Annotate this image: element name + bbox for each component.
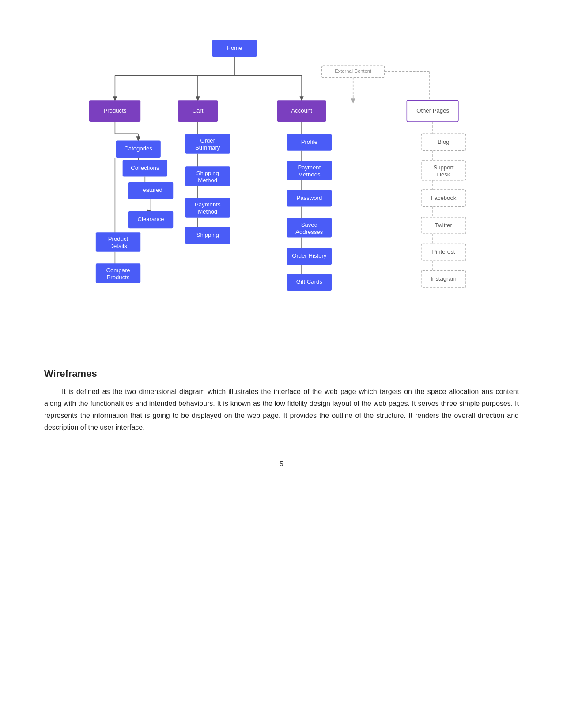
page-number: 5 bbox=[35, 460, 528, 468]
home-node: Home bbox=[212, 40, 257, 57]
svg-text:Profile: Profile bbox=[301, 139, 317, 145]
svg-text:Shipping: Shipping bbox=[196, 232, 219, 238]
instagram-node: Instagram bbox=[421, 270, 466, 288]
facebook-node: Facebook bbox=[421, 190, 466, 207]
svg-text:Home: Home bbox=[227, 45, 242, 51]
order-summary-node: Order Summary bbox=[185, 134, 230, 154]
order-history-node: Order History bbox=[287, 248, 332, 265]
svg-text:Password: Password bbox=[296, 195, 322, 201]
svg-text:Instagram: Instagram bbox=[431, 275, 457, 282]
svg-text:Product: Product bbox=[108, 236, 128, 242]
svg-text:Method: Method bbox=[198, 208, 217, 215]
profile-node: Profile bbox=[287, 134, 332, 151]
svg-text:Shipping: Shipping bbox=[196, 170, 219, 176]
svg-text:Cart: Cart bbox=[193, 107, 204, 114]
svg-text:Method: Method bbox=[198, 177, 217, 184]
products-node: Products bbox=[89, 100, 141, 122]
svg-text:Products: Products bbox=[107, 274, 130, 281]
svg-text:Facebook: Facebook bbox=[431, 195, 457, 201]
compare-products-node: Compare Products bbox=[96, 263, 140, 283]
account-node: Account bbox=[277, 100, 326, 122]
svg-text:Clearance: Clearance bbox=[138, 216, 164, 222]
svg-text:Desk: Desk bbox=[437, 171, 450, 178]
svg-text:Account: Account bbox=[291, 107, 312, 114]
svg-text:Products: Products bbox=[103, 107, 126, 114]
payment-methods-node: Payment Methods bbox=[287, 161, 332, 180]
svg-text:External Content: External Content bbox=[335, 68, 372, 74]
svg-text:Summary: Summary bbox=[195, 144, 220, 151]
collections-node: Collections bbox=[123, 160, 167, 177]
svg-text:Payments: Payments bbox=[195, 201, 221, 208]
wireframes-heading: Wireframes bbox=[44, 368, 519, 379]
shipping-node: Shipping bbox=[185, 227, 230, 244]
svg-text:Twitter: Twitter bbox=[435, 222, 452, 229]
featured-node: Featured bbox=[128, 182, 173, 199]
svg-text:Gift Cards: Gift Cards bbox=[296, 278, 323, 285]
svg-text:Collections: Collections bbox=[131, 165, 159, 171]
svg-text:Order History: Order History bbox=[292, 252, 327, 259]
password-node: Password bbox=[287, 190, 332, 207]
svg-text:Featured: Featured bbox=[139, 187, 162, 193]
blog-node: Blog bbox=[421, 134, 466, 151]
svg-text:Other Pages: Other Pages bbox=[416, 107, 449, 114]
svg-text:Payment: Payment bbox=[298, 164, 321, 171]
gift-cards-node: Gift Cards bbox=[287, 274, 332, 291]
clearance-node: Clearance bbox=[128, 211, 173, 229]
product-details-node: Product Details bbox=[96, 232, 140, 252]
twitter-node: Twitter bbox=[421, 217, 466, 234]
support-desk-node: Support Desk bbox=[421, 161, 466, 180]
svg-text:Compare: Compare bbox=[106, 267, 130, 274]
svg-text:Addresses: Addresses bbox=[295, 229, 323, 235]
svg-text:Support: Support bbox=[433, 164, 453, 171]
svg-text:Order: Order bbox=[200, 137, 215, 144]
pinterest-node: Pinterest bbox=[421, 244, 466, 261]
svg-text:Details: Details bbox=[109, 243, 127, 249]
other-pages-node: Other Pages bbox=[407, 100, 458, 122]
shipping-method-node: Shipping Method bbox=[185, 166, 230, 186]
svg-text:Saved: Saved bbox=[301, 221, 317, 228]
categories-node: Categories bbox=[116, 140, 160, 158]
wireframes-section: Wireframes It is defined as the two dime… bbox=[35, 368, 528, 434]
cart-node: Cart bbox=[178, 100, 218, 122]
svg-text:Categories: Categories bbox=[124, 145, 152, 152]
svg-text:Methods: Methods bbox=[298, 171, 321, 178]
payments-method-node: Payments Method bbox=[185, 198, 230, 218]
svg-text:Pinterest: Pinterest bbox=[432, 248, 455, 255]
site-map-diagram: Home External Content Products Cart Acco… bbox=[35, 26, 528, 350]
wireframes-body: It is defined as the two dimensional dia… bbox=[44, 386, 519, 434]
svg-text:Blog: Blog bbox=[438, 139, 449, 145]
saved-addresses-node: Saved Addresses bbox=[287, 218, 332, 238]
